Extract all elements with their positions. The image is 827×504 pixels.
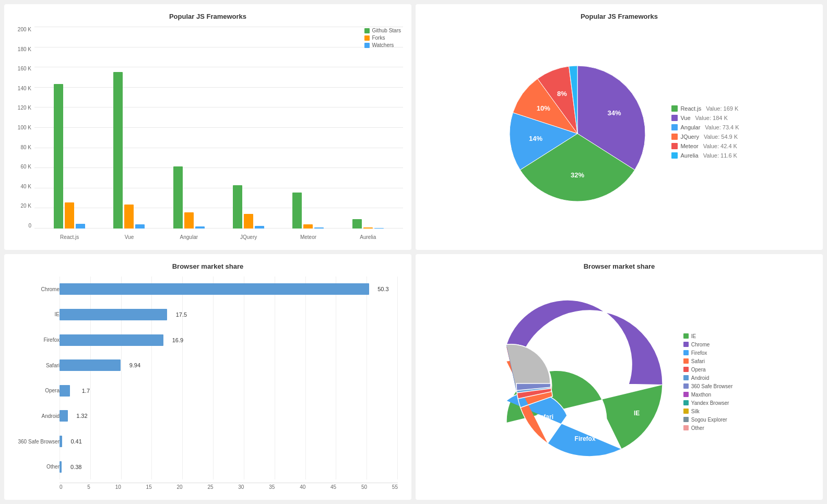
donut-label: Chrome	[578, 323, 602, 330]
hbar-value: 1.32	[76, 413, 87, 419]
pie-svg: 34%32%14%10%8%	[499, 55, 656, 212]
y-label: 120 K	[18, 105, 31, 111]
pie-legend-value: Value: 42.4 K	[703, 143, 737, 149]
y-label: 100 K	[18, 125, 31, 130]
hbar-x-label: 0	[60, 484, 63, 490]
donut-legend-dot	[683, 425, 689, 430]
hbar-x-label: 50	[361, 484, 367, 490]
pie-chart-container: 34%32%14%10%8% React.jsValue: 169 KVueVa…	[424, 27, 814, 240]
pie-legend-name: Aurelia	[680, 152, 698, 159]
legend-label: Forks	[372, 35, 385, 41]
pie-chart-title: Popular JS Frameworks	[424, 13, 814, 20]
y-label: 20 K	[20, 203, 31, 209]
hbar-label: Android	[18, 413, 60, 419]
y-label: 60 K	[20, 164, 31, 170]
y-label: 40 K	[20, 184, 31, 189]
pie-label: 32%	[571, 171, 584, 179]
donut-legend-item: Sogou Explorer	[683, 417, 733, 423]
hbar-chart-title: Browser market share	[13, 262, 403, 270]
bar-orange	[363, 227, 373, 229]
donut-chart-card: Browser market share ChromeIEFirefoxSafa…	[416, 254, 823, 500]
x-axis-labels: React.jsVueAngularJQueryMeteorAurelia	[34, 234, 403, 240]
bar-chart-title: Popular JS Frameworks	[13, 13, 403, 20]
hbar-x-label: 30	[238, 484, 244, 490]
hbar-rows: Chrome50.3IE17.5Firefox16.9Safari9.94Ope…	[13, 277, 403, 490]
y-label: 160 K	[18, 66, 31, 71]
donut-legend-item: Other	[683, 425, 733, 431]
hbar-chart-card: Browser market share Chrome50.3IE17.5Fir…	[4, 254, 411, 500]
donut-label: Firefox	[574, 435, 595, 442]
y-label: 200 K	[18, 27, 31, 32]
donut-legend-dot	[683, 400, 689, 405]
bar-group	[54, 84, 85, 229]
y-label: 140 K	[18, 86, 31, 91]
hbar-row: Opera1.7	[60, 383, 398, 398]
bar-group	[233, 185, 264, 229]
donut-legend-dot	[683, 375, 689, 380]
bar-legend-item: Github Stars	[364, 28, 401, 33]
donut-legend-label: Firefox	[691, 350, 707, 356]
hbar-label: Safari	[18, 363, 60, 368]
hbar-bar: 1.32	[60, 410, 68, 422]
bar-chart-card: Popular JS Frameworks 020 K40 K60 K80 K1…	[4, 4, 411, 250]
hbar-x-label: 15	[146, 484, 152, 490]
bar-blue	[76, 224, 85, 229]
pie-legend-item: JQueryValue: 54.9 K	[671, 134, 739, 140]
pie-legend-value: Value: 73.4 K	[705, 124, 739, 130]
hbar-chart-area: Chrome50.3IE17.5Firefox16.9Safari9.94Ope…	[13, 277, 403, 490]
pie-label: 10%	[537, 104, 550, 112]
x-label: Angular	[173, 234, 205, 240]
pie-label: 34%	[608, 109, 621, 116]
hbar-label: IE	[18, 311, 60, 317]
legend-dot	[364, 28, 370, 33]
x-label: Vue	[113, 234, 145, 240]
donut-legend-dot	[683, 350, 689, 355]
donut-legend-dot	[683, 367, 689, 372]
hbar-x-label: 25	[207, 484, 213, 490]
bar-group	[292, 193, 324, 229]
bar-orange	[184, 212, 194, 229]
pie-legend-item: React.jsValue: 169 K	[671, 105, 739, 112]
hbar-bar: 9.94	[60, 359, 121, 371]
bar-legend-item: Watchers	[364, 42, 401, 48]
donut-legend-item: Opera	[683, 367, 733, 373]
y-axis-labels: 020 K40 K60 K80 K100 K120 K140 K160 K180…	[13, 27, 34, 240]
bar-orange	[124, 205, 134, 229]
pie-legend-item: AureliaValue: 11.6 K	[671, 152, 739, 159]
hbar-row: Safari9.94	[60, 358, 398, 373]
hbar-row: Firefox16.9	[60, 333, 398, 347]
donut-legend-dot	[683, 392, 689, 397]
donut-chart-container: ChromeIEFirefoxSafari IEChromeFirefoxSaf…	[424, 277, 814, 490]
dashboard: Popular JS Frameworks 020 K40 K60 K80 K1…	[0, 0, 827, 504]
donut-slice	[506, 344, 550, 390]
hbar-x-label: 10	[115, 484, 121, 490]
pie-legend-item: VueValue: 184 K	[671, 115, 739, 121]
bar-green	[292, 193, 302, 229]
bar-group	[173, 166, 205, 229]
hbar-label: Other	[18, 464, 60, 470]
bar-orange	[303, 224, 313, 229]
hbar-x-label: 35	[269, 484, 275, 490]
bar-green	[173, 166, 183, 229]
donut-chart-title: Browser market share	[424, 262, 814, 270]
donut-legend-item: Chrome	[683, 342, 733, 347]
bar-legend-item: Forks	[364, 35, 401, 41]
pie-legend-dot	[671, 143, 678, 149]
hbar-bar: 0.38	[60, 461, 62, 473]
donut-legend-label: Opera	[691, 367, 706, 373]
hbar-label: Chrome	[18, 286, 60, 292]
hbar-value: 1.7	[82, 388, 90, 394]
pie-label: 8%	[557, 90, 567, 98]
bar-orange	[65, 202, 74, 229]
donut-legend-item: Firefox	[683, 350, 733, 356]
hbar-bar: 17.5	[60, 309, 167, 320]
y-label: 0	[28, 223, 31, 229]
pie-legend-dot	[671, 115, 678, 121]
pie-legend-name: JQuery	[680, 134, 699, 140]
donut-legend-label: Yandex Browser	[691, 400, 729, 406]
hbar-x-axis: 0510152025303540455055	[60, 483, 398, 490]
hbar-value: 17.5	[176, 311, 187, 318]
legend-dot	[364, 35, 370, 41]
pie-legend-name: Angular	[680, 124, 700, 130]
pie-legend-dot	[671, 152, 678, 159]
